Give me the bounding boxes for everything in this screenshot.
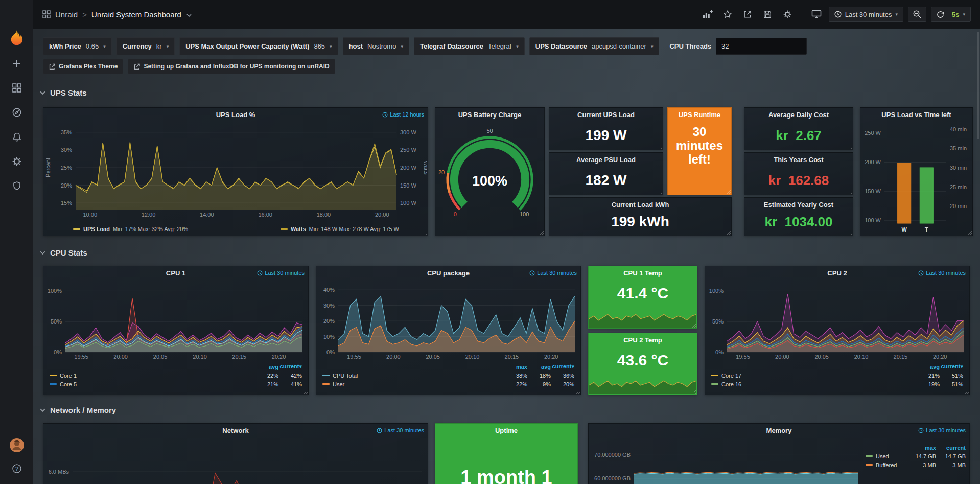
series-color-swatch <box>322 383 330 385</box>
variable-kwh-price[interactable]: kWh Price 0.65 ▾ <box>43 37 112 55</box>
panel-header[interactable]: Current Load kWh <box>549 198 731 211</box>
cpu1-legend: avg current▾ Core 1 22% 42% Core 5 21% 4… <box>46 362 305 388</box>
panel-header[interactable]: Estimated Yearly Cost <box>744 198 853 211</box>
panel-title: UPS Load vs Time left <box>881 111 951 119</box>
svg-text:20:05: 20:05 <box>426 354 440 360</box>
ups-load-chart[interactable]: 35%30%25%20%15%300 W250 W200 W150 W100 W… <box>44 121 427 218</box>
panel-header[interactable]: UPS Load vs Time left <box>860 108 972 121</box>
user-avatar[interactable] <box>7 435 27 455</box>
cpu1-chart[interactable]: 100%50%0%19:5520:0020:0520:1020:1520:20 <box>44 280 308 360</box>
zoom-out-button[interactable] <box>908 7 926 22</box>
cpu2-legend: avg current▾ Core 17 21% 51% Core 16 19%… <box>708 362 966 388</box>
save-button[interactable] <box>760 7 775 22</box>
variable-host[interactable]: host Nostromo ▾ <box>343 37 409 55</box>
panel-title: CPU 2 <box>827 269 847 277</box>
row-header-cpu-stats[interactable]: CPU Stats <box>39 248 87 257</box>
svg-text:250 W: 250 W <box>865 130 881 136</box>
dashboard-settings-button[interactable] <box>780 7 795 22</box>
sidebar-alerting-button[interactable] <box>7 127 27 147</box>
sidebar-configuration-button[interactable] <box>7 151 27 172</box>
panel-time-override[interactable]: Last 30 minutes <box>918 266 966 280</box>
refresh-picker[interactable]: 5s ▾ <box>931 7 971 22</box>
panel-title: Average PSU Load <box>576 156 636 164</box>
stat-value: 41.4 °C <box>589 285 697 302</box>
sidebar-server-admin-button[interactable] <box>7 176 27 196</box>
panel-header[interactable]: Memory Last 30 minutes <box>589 424 969 437</box>
series-name[interactable]: UPS Load <box>83 226 110 232</box>
help-icon[interactable]: ? <box>7 458 27 479</box>
sidebar-create-button[interactable] <box>7 53 27 74</box>
panel-header[interactable]: CPU package Last 30 minutes <box>316 266 580 280</box>
panel-header[interactable]: CPU 2 Last 30 minutes <box>705 266 969 280</box>
series-name: Core 16 <box>721 381 741 387</box>
panel-header[interactable]: CPU 2 Temp <box>589 333 697 347</box>
svg-text:60.000000 GB: 60.000000 GB <box>594 475 631 481</box>
panel-header[interactable]: UPS Battery Charge <box>435 108 544 121</box>
legend-header: avg current▾ <box>708 362 966 371</box>
caret-down-icon: ▾ <box>330 44 332 49</box>
panel-time-override[interactable]: Last 30 minutes <box>918 424 966 437</box>
series-name: CPU Total <box>333 373 358 379</box>
breadcrumb-folder[interactable]: Unraid <box>55 10 78 19</box>
panel-header[interactable]: Network Last 30 minutes <box>43 424 428 437</box>
series-color-swatch <box>281 228 288 230</box>
series-name: Buffered <box>876 462 897 468</box>
cpu-threads-input[interactable] <box>716 38 807 55</box>
cpu2-chart[interactable]: 100%50%0%19:5520:0020:0520:1020:1520:20 <box>706 280 969 360</box>
panel-ups-load-vs-time-left: UPS Load vs Time left 250 W200 W150 W100… <box>860 107 973 236</box>
series-name: Core 1 <box>60 373 77 379</box>
grafana-logo-icon[interactable] <box>7 29 27 49</box>
star-button[interactable] <box>720 7 735 22</box>
variable-ups-max-output[interactable]: UPS Max Output Power Capacity (Watt) 865… <box>179 37 338 55</box>
page-scrollbar[interactable] <box>977 32 979 139</box>
share-button[interactable] <box>740 7 755 22</box>
legend-row: Core 16 19% 51% <box>708 380 966 388</box>
variable-ups-datasource[interactable]: UPS Datasource apcupsd-container ▾ <box>529 37 660 55</box>
breadcrumb-dashboard-title[interactable]: Unraid System Dashboard <box>91 10 181 19</box>
panel-time-override[interactable]: Last 30 minutes <box>377 424 424 437</box>
panel-header[interactable]: Uptime <box>435 424 577 437</box>
cycle-view-button[interactable] <box>809 7 824 22</box>
memory-chart[interactable]: 70.000000 GB60.000000 GB50.000000 GB19:5… <box>589 437 862 484</box>
panel-title: CPU 2 Temp <box>623 336 662 344</box>
stat-value: 1 month 1 <box>435 467 577 484</box>
svg-text:25 min: 25 min <box>950 184 967 190</box>
row-header-ups-stats[interactable]: UPS Stats <box>39 88 87 97</box>
refresh-icon[interactable] <box>937 11 944 18</box>
series-name[interactable]: Watts <box>291 226 306 232</box>
svg-text:20:20: 20:20 <box>272 354 286 360</box>
variable-telegraf-datasource[interactable]: Telegraf Datasource Telegraf ▾ <box>414 37 525 55</box>
panel-header[interactable]: UPS Load % Last 12 hours <box>43 108 428 121</box>
svg-text:15%: 15% <box>61 200 72 206</box>
panel-time-override[interactable]: Last 30 minutes <box>529 266 577 280</box>
series-color-swatch <box>50 375 57 376</box>
chevron-down-icon[interactable] <box>186 12 192 18</box>
cpu-package-chart[interactable]: 40%30%20%10%0%19:5520:0020:0520:1020:152… <box>317 280 580 360</box>
sidebar-dashboards-button[interactable] <box>7 78 27 98</box>
cpu1-temp-sparkline <box>589 307 696 328</box>
panel-header[interactable]: CPU 1 Temp <box>589 266 697 280</box>
link-grafana-plex-theme[interactable]: Grafana Plex Theme <box>43 59 123 74</box>
time-range-picker[interactable]: Last 30 minutes ▾ <box>829 7 903 22</box>
battery-gauge[interactable]: 02050100100% <box>436 121 544 229</box>
svg-text:20:15: 20:15 <box>505 354 519 360</box>
link-ups-monitoring-guide[interactable]: Setting up Grafana and InfluxDB for UPS … <box>128 59 335 74</box>
panel-header[interactable]: Current UPS Load <box>549 108 663 121</box>
panel-title: CPU 1 <box>166 269 185 277</box>
panel-time-override[interactable]: Last 30 minutes <box>257 266 305 280</box>
network-chart[interactable]: 6.0 MBs4.0 MBs2.0 MBs19:5520:0020:0520:1… <box>44 437 427 484</box>
ups-bars-chart[interactable]: 250 W200 W150 W100 W40 min35 min30 min25… <box>861 121 972 235</box>
row-header-network-memory[interactable]: Network / Memory <box>39 406 116 414</box>
panel-header[interactable]: UPS Runtime <box>668 108 731 121</box>
variable-currency[interactable]: Currency kr ▾ <box>116 37 175 55</box>
panel-header[interactable]: This Years Cost <box>744 153 853 166</box>
sidebar-explore-button[interactable] <box>7 102 27 123</box>
add-panel-button[interactable] <box>700 7 715 22</box>
svg-text:20:05: 20:05 <box>153 354 168 360</box>
legend-row: Core 5 21% 41% <box>46 380 305 388</box>
panel-header[interactable]: Average PSU Load <box>549 153 663 166</box>
panel-header[interactable]: CPU 1 Last 30 minutes <box>43 266 308 280</box>
svg-text:35%: 35% <box>61 129 72 135</box>
panel-header[interactable]: Average Daily Cost <box>744 108 853 121</box>
panel-time-override[interactable]: Last 12 hours <box>382 108 424 121</box>
